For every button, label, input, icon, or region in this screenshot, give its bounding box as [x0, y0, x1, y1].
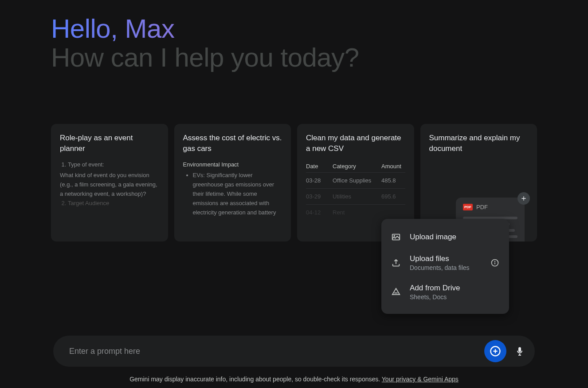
prompt-input[interactable] — [69, 347, 484, 356]
menu-item-sublabel: Documents, data files — [410, 264, 482, 271]
card-bullet: EVs: Significantly lower greenhouse gas … — [193, 171, 282, 217]
table-header: Date Category Amount — [306, 160, 405, 172]
card-subheading: Environmental Impact — [183, 160, 282, 170]
card-title: Role-play as an event planner — [60, 133, 159, 154]
menu-item-label: Upload image — [410, 233, 499, 242]
card-list-item: Target Audience — [68, 199, 159, 208]
plus-icon — [517, 192, 530, 205]
cell-date: 04-12 — [306, 209, 333, 216]
cell-amount: 485.8 — [381, 177, 404, 184]
drive-icon — [391, 287, 401, 297]
microphone-button[interactable] — [514, 346, 525, 356]
svg-point-3 — [394, 235, 395, 236]
menu-item-upload-image[interactable]: Upload image — [381, 226, 509, 248]
cell-date: 03-29 — [306, 193, 333, 200]
col-amount-header: Amount — [381, 163, 404, 170]
cell-category: Rent — [333, 209, 381, 216]
upload-menu: Upload image Upload files Documents, dat… — [381, 219, 509, 314]
pdf-label: PDF — [476, 204, 488, 210]
suggestion-card-ev-cost[interactable]: Assess the cost of electric vs. gas cars… — [174, 124, 291, 242]
menu-item-label: Add from Drive — [410, 284, 499, 293]
card-body: Type of event: What kind of event do you… — [60, 160, 159, 208]
card-title: Summarize and explain my document — [429, 133, 529, 154]
svg-point-6 — [495, 261, 495, 261]
card-list-item: Type of event: — [68, 160, 159, 170]
menu-item-label: Upload files — [410, 254, 482, 263]
col-category-header: Category — [333, 163, 381, 170]
greeting-hello: Hello, Max — [51, 13, 537, 44]
cell-date: 03-28 — [306, 177, 333, 184]
table-row: 03-29 Utilities 695.6 — [306, 188, 405, 204]
menu-item-upload-files[interactable]: Upload files Documents, data files — [381, 248, 509, 277]
cell-category: Office Supplies — [333, 177, 381, 184]
footer-text: Gemini may display inaccurate info, incl… — [129, 376, 382, 383]
upload-icon — [391, 258, 401, 268]
suggestion-card-event-planner[interactable]: Role-play as an event planner Type of ev… — [51, 124, 168, 242]
card-title: Assess the cost of electric vs. gas cars — [183, 133, 282, 154]
add-attachment-button[interactable] — [484, 340, 506, 362]
image-icon — [391, 232, 401, 242]
menu-item-sublabel: Sheets, Docs — [410, 293, 499, 301]
card-title: Clean my data and generate a new CSV — [306, 133, 405, 154]
table-row: 03-28 Office Supplies 485.8 — [306, 172, 405, 188]
pdf-icon: PDF — [463, 204, 473, 210]
footer-privacy-link[interactable]: Your privacy & Gemini Apps — [382, 376, 459, 383]
cell-category: Utilities — [333, 193, 381, 200]
info-icon[interactable] — [490, 258, 499, 267]
cell-amount: 695.6 — [381, 193, 404, 200]
preview-table: Date Category Amount 03-28 Office Suppli… — [306, 160, 405, 220]
menu-item-add-from-drive[interactable]: Add from Drive Sheets, Docs — [381, 277, 509, 307]
card-text: What kind of event do you envision (e.g.… — [60, 171, 159, 198]
cell-amount — [381, 209, 404, 216]
footer-disclaimer: Gemini may display inaccurate info, incl… — [0, 376, 588, 383]
card-body: Environmental Impact EVs: Significantly … — [183, 160, 282, 218]
prompt-bar — [53, 336, 535, 367]
col-date-header: Date — [306, 163, 333, 170]
greeting-subtitle: How can I help you today? — [51, 42, 537, 73]
table-row: 04-12 Rent — [306, 204, 405, 220]
